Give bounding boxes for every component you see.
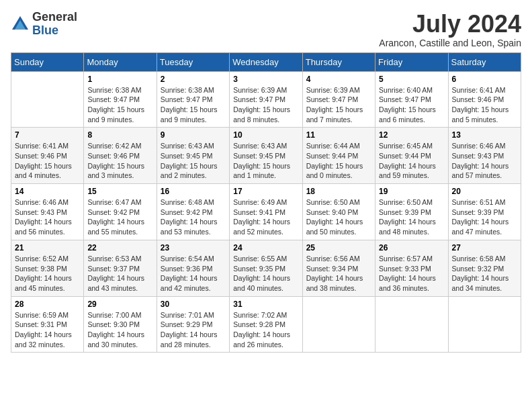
cell-info: Sunrise: 6:47 AMSunset: 9:42 PMDaylight:… (87, 197, 152, 237)
calendar-cell: 8Sunrise: 6:42 AMSunset: 9:46 PMDaylight… (84, 128, 157, 184)
cell-info: Sunrise: 6:46 AMSunset: 9:43 PMDaylight:… (15, 197, 80, 237)
page-header: General Blue July 2024 Arancon, Castille… (11, 11, 521, 48)
cell-info: Sunrise: 6:38 AMSunset: 9:47 PMDaylight:… (161, 85, 226, 125)
calendar-cell: 15Sunrise: 6:47 AMSunset: 9:42 PMDayligh… (84, 184, 157, 240)
day-number: 28 (15, 300, 80, 309)
cell-info: Sunrise: 6:38 AMSunset: 9:47 PMDaylight:… (87, 85, 152, 125)
calendar-cell: 1Sunrise: 6:38 AMSunset: 9:47 PMDaylight… (84, 71, 157, 128)
cell-info: Sunrise: 7:00 AMSunset: 9:30 PMDaylight:… (87, 310, 152, 350)
calendar-cell (448, 296, 521, 353)
calendar-week-row: 7Sunrise: 6:41 AMSunset: 9:46 PMDaylight… (11, 128, 521, 184)
cell-info: Sunrise: 6:49 AMSunset: 9:41 PMDaylight:… (233, 197, 298, 237)
cell-info: Sunrise: 6:39 AMSunset: 9:47 PMDaylight:… (306, 85, 371, 125)
day-number: 10 (233, 130, 298, 140)
cell-info: Sunrise: 6:43 AMSunset: 9:45 PMDaylight:… (233, 141, 298, 181)
cell-info: Sunrise: 6:48 AMSunset: 9:42 PMDaylight:… (161, 197, 226, 237)
cell-info: Sunrise: 6:56 AMSunset: 9:34 PMDaylight:… (306, 254, 371, 293)
day-number: 22 (87, 243, 152, 253)
calendar-cell: 27Sunrise: 6:58 AMSunset: 9:32 PMDayligh… (448, 240, 521, 296)
day-number: 2 (161, 75, 226, 84)
day-number: 24 (233, 243, 298, 253)
weekday-header: Thursday (302, 52, 375, 71)
day-number: 7 (15, 130, 80, 140)
calendar-cell: 9Sunrise: 6:43 AMSunset: 9:45 PMDaylight… (157, 128, 229, 184)
day-number: 21 (15, 243, 80, 253)
day-number: 4 (306, 75, 371, 84)
calendar-week-row: 1Sunrise: 6:38 AMSunset: 9:47 PMDaylight… (11, 71, 521, 128)
day-number: 23 (161, 243, 226, 253)
cell-info: Sunrise: 6:54 AMSunset: 9:36 PMDaylight:… (161, 254, 226, 293)
calendar-week-row: 28Sunrise: 6:59 AMSunset: 9:31 PMDayligh… (11, 296, 521, 353)
calendar-cell: 12Sunrise: 6:45 AMSunset: 9:44 PMDayligh… (375, 128, 448, 184)
calendar-cell: 29Sunrise: 7:00 AMSunset: 9:30 PMDayligh… (84, 296, 157, 353)
cell-info: Sunrise: 6:52 AMSunset: 9:38 PMDaylight:… (15, 254, 80, 293)
weekday-header: Monday (84, 52, 157, 71)
cell-info: Sunrise: 6:40 AMSunset: 9:47 PMDaylight:… (379, 85, 444, 125)
logo-icon (11, 15, 30, 34)
day-number: 20 (452, 187, 517, 196)
calendar-cell: 16Sunrise: 6:48 AMSunset: 9:42 PMDayligh… (157, 184, 229, 240)
cell-info: Sunrise: 6:45 AMSunset: 9:44 PMDaylight:… (379, 141, 444, 181)
calendar-cell: 31Sunrise: 7:02 AMSunset: 9:28 PMDayligh… (230, 296, 302, 353)
calendar-cell: 25Sunrise: 6:56 AMSunset: 9:34 PMDayligh… (302, 240, 375, 296)
cell-info: Sunrise: 6:55 AMSunset: 9:35 PMDaylight:… (233, 254, 298, 293)
logo: General Blue (11, 11, 77, 38)
cell-info: Sunrise: 6:46 AMSunset: 9:43 PMDaylight:… (452, 141, 517, 181)
calendar-cell: 11Sunrise: 6:44 AMSunset: 9:44 PMDayligh… (302, 128, 375, 184)
day-number: 6 (452, 75, 517, 84)
cell-info: Sunrise: 6:42 AMSunset: 9:46 PMDaylight:… (87, 141, 152, 181)
cell-info: Sunrise: 6:51 AMSunset: 9:39 PMDaylight:… (452, 197, 517, 237)
calendar-cell: 5Sunrise: 6:40 AMSunset: 9:47 PMDaylight… (375, 71, 448, 128)
weekday-header: Sunday (11, 52, 84, 71)
cell-info: Sunrise: 6:44 AMSunset: 9:44 PMDaylight:… (306, 141, 371, 181)
calendar-cell: 10Sunrise: 6:43 AMSunset: 9:45 PMDayligh… (230, 128, 302, 184)
day-number: 1 (87, 75, 152, 84)
day-number: 30 (161, 300, 226, 309)
day-number: 16 (161, 187, 226, 196)
cell-info: Sunrise: 6:57 AMSunset: 9:33 PMDaylight:… (379, 254, 444, 293)
weekday-header: Friday (375, 52, 448, 71)
day-number: 31 (233, 300, 298, 309)
day-number: 19 (379, 187, 444, 196)
calendar-cell: 21Sunrise: 6:52 AMSunset: 9:38 PMDayligh… (11, 240, 84, 296)
calendar-cell: 28Sunrise: 6:59 AMSunset: 9:31 PMDayligh… (11, 296, 84, 353)
cell-info: Sunrise: 6:59 AMSunset: 9:31 PMDaylight:… (15, 310, 80, 350)
weekday-header: Tuesday (157, 52, 229, 71)
day-number: 26 (379, 243, 444, 253)
calendar-cell: 26Sunrise: 6:57 AMSunset: 9:33 PMDayligh… (375, 240, 448, 296)
title-block: July 2024 Arancon, Castille and Leon, Sp… (379, 11, 521, 48)
cell-info: Sunrise: 6:43 AMSunset: 9:45 PMDaylight:… (161, 141, 226, 181)
calendar-cell: 23Sunrise: 6:54 AMSunset: 9:36 PMDayligh… (157, 240, 229, 296)
cell-info: Sunrise: 6:41 AMSunset: 9:46 PMDaylight:… (15, 141, 80, 181)
day-number: 12 (379, 130, 444, 140)
calendar-cell: 3Sunrise: 6:39 AMSunset: 9:47 PMDaylight… (230, 71, 302, 128)
day-number: 29 (87, 300, 152, 309)
calendar-cell: 22Sunrise: 6:53 AMSunset: 9:37 PMDayligh… (84, 240, 157, 296)
logo-general: General (32, 10, 77, 24)
day-number: 5 (379, 75, 444, 84)
calendar-cell (375, 296, 448, 353)
calendar-week-row: 21Sunrise: 6:52 AMSunset: 9:38 PMDayligh… (11, 240, 521, 296)
calendar-week-row: 14Sunrise: 6:46 AMSunset: 9:43 PMDayligh… (11, 184, 521, 240)
day-number: 8 (87, 130, 152, 140)
logo-text: General Blue (32, 11, 77, 38)
cell-info: Sunrise: 7:02 AMSunset: 9:28 PMDaylight:… (233, 310, 298, 350)
weekday-header: Wednesday (230, 52, 302, 71)
calendar-cell: 6Sunrise: 6:41 AMSunset: 9:46 PMDaylight… (448, 71, 521, 128)
day-number: 27 (452, 243, 517, 253)
day-number: 9 (161, 130, 226, 140)
day-number: 14 (15, 187, 80, 196)
calendar-cell: 18Sunrise: 6:50 AMSunset: 9:40 PMDayligh… (302, 184, 375, 240)
calendar-cell: 24Sunrise: 6:55 AMSunset: 9:35 PMDayligh… (230, 240, 302, 296)
day-number: 18 (306, 187, 371, 196)
day-number: 15 (87, 187, 152, 196)
calendar-cell: 20Sunrise: 6:51 AMSunset: 9:39 PMDayligh… (448, 184, 521, 240)
location: Arancon, Castille and Leon, Spain (379, 38, 521, 48)
calendar-table: SundayMondayTuesdayWednesdayThursdayFrid… (11, 52, 521, 353)
logo-blue: Blue (32, 24, 58, 37)
calendar-cell (302, 296, 375, 353)
month-year: July 2024 (379, 11, 521, 38)
calendar-cell: 13Sunrise: 6:46 AMSunset: 9:43 PMDayligh… (448, 128, 521, 184)
calendar-cell: 14Sunrise: 6:46 AMSunset: 9:43 PMDayligh… (11, 184, 84, 240)
cell-info: Sunrise: 6:50 AMSunset: 9:40 PMDaylight:… (306, 197, 371, 237)
